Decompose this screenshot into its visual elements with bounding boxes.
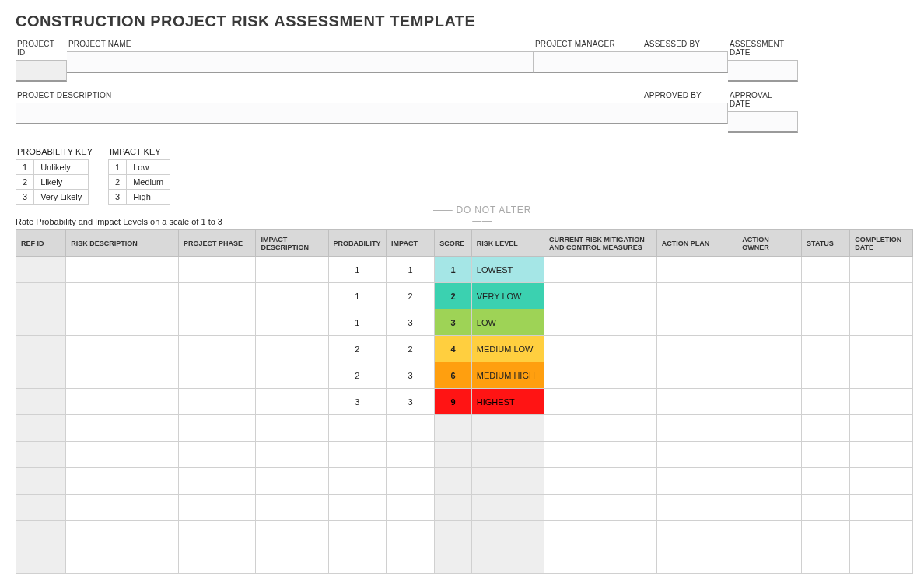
- completion-date-cell[interactable]: [850, 309, 913, 336]
- ref-id-cell[interactable]: [16, 468, 66, 495]
- ref-id-cell[interactable]: [16, 442, 66, 468]
- field-input[interactable]: [728, 111, 798, 133]
- action-plan-cell[interactable]: [656, 521, 737, 547]
- ref-id-cell[interactable]: [16, 283, 66, 309]
- project-phase-cell[interactable]: [179, 495, 256, 521]
- action-plan-cell[interactable]: [656, 257, 737, 283]
- project-phase-cell[interactable]: [179, 415, 256, 442]
- risk-description-cell[interactable]: [66, 389, 179, 415]
- action-plan-cell[interactable]: [656, 389, 737, 415]
- completion-date-cell[interactable]: [850, 257, 913, 283]
- impact-cell[interactable]: [387, 495, 435, 521]
- probability-cell[interactable]: 3: [328, 389, 387, 415]
- mitigation-cell[interactable]: [544, 442, 656, 468]
- completion-date-cell[interactable]: [850, 495, 913, 521]
- ref-id-cell[interactable]: [16, 521, 66, 547]
- impact-description-cell[interactable]: [256, 362, 328, 389]
- impact-description-cell[interactable]: [256, 415, 328, 442]
- completion-date-cell[interactable]: [850, 442, 913, 468]
- impact-cell[interactable]: [387, 442, 435, 468]
- project-phase-cell[interactable]: [179, 362, 256, 389]
- risk-description-cell[interactable]: [66, 362, 179, 389]
- status-cell[interactable]: [802, 415, 850, 442]
- action-plan-cell[interactable]: [656, 362, 737, 389]
- field-input[interactable]: [16, 60, 67, 82]
- risk-description-cell[interactable]: [66, 442, 179, 468]
- action-owner-cell[interactable]: [737, 547, 802, 574]
- action-plan-cell[interactable]: [656, 442, 737, 468]
- action-owner-cell[interactable]: [737, 442, 802, 468]
- ref-id-cell[interactable]: [16, 336, 66, 362]
- project-phase-cell[interactable]: [179, 389, 256, 415]
- action-plan-cell[interactable]: [656, 415, 737, 442]
- completion-date-cell[interactable]: [850, 468, 913, 495]
- status-cell[interactable]: [802, 468, 850, 495]
- action-owner-cell[interactable]: [737, 309, 802, 336]
- completion-date-cell[interactable]: [850, 283, 913, 309]
- impact-description-cell[interactable]: [256, 283, 328, 309]
- completion-date-cell[interactable]: [850, 336, 913, 362]
- project-phase-cell[interactable]: [179, 521, 256, 547]
- probability-cell[interactable]: [328, 547, 387, 574]
- risk-description-cell[interactable]: [66, 468, 179, 495]
- impact-cell[interactable]: [387, 547, 435, 574]
- project-phase-cell[interactable]: [179, 257, 256, 283]
- status-cell[interactable]: [802, 336, 850, 362]
- mitigation-cell[interactable]: [544, 495, 656, 521]
- impact-cell[interactable]: 2: [387, 283, 435, 309]
- action-plan-cell[interactable]: [656, 283, 737, 309]
- probability-cell[interactable]: 2: [328, 362, 387, 389]
- impact-cell[interactable]: 2: [387, 336, 435, 362]
- completion-date-cell[interactable]: [850, 362, 913, 389]
- impact-description-cell[interactable]: [256, 389, 328, 415]
- impact-cell[interactable]: 1: [387, 257, 435, 283]
- field-input[interactable]: [642, 103, 728, 124]
- risk-description-cell[interactable]: [66, 495, 179, 521]
- action-owner-cell[interactable]: [737, 362, 802, 389]
- mitigation-cell[interactable]: [544, 309, 656, 336]
- project-phase-cell[interactable]: [179, 442, 256, 468]
- probability-cell[interactable]: 2: [328, 336, 387, 362]
- impact-description-cell[interactable]: [256, 468, 328, 495]
- action-plan-cell[interactable]: [656, 495, 737, 521]
- action-plan-cell[interactable]: [656, 309, 737, 336]
- action-owner-cell[interactable]: [737, 336, 802, 362]
- impact-cell[interactable]: 3: [387, 309, 435, 336]
- status-cell[interactable]: [802, 389, 850, 415]
- status-cell[interactable]: [802, 257, 850, 283]
- probability-cell[interactable]: [328, 468, 387, 495]
- impact-cell[interactable]: 3: [387, 389, 435, 415]
- impact-cell[interactable]: [387, 415, 435, 442]
- completion-date-cell[interactable]: [850, 521, 913, 547]
- probability-cell[interactable]: [328, 442, 387, 468]
- impact-description-cell[interactable]: [256, 257, 328, 283]
- risk-description-cell[interactable]: [66, 415, 179, 442]
- impact-description-cell[interactable]: [256, 547, 328, 574]
- status-cell[interactable]: [802, 495, 850, 521]
- probability-cell[interactable]: [328, 521, 387, 547]
- action-owner-cell[interactable]: [737, 283, 802, 309]
- status-cell[interactable]: [802, 442, 850, 468]
- action-owner-cell[interactable]: [737, 495, 802, 521]
- probability-cell[interactable]: 1: [328, 283, 387, 309]
- mitigation-cell[interactable]: [544, 336, 656, 362]
- mitigation-cell[interactable]: [544, 283, 656, 309]
- project-phase-cell[interactable]: [179, 283, 256, 309]
- impact-cell[interactable]: [387, 521, 435, 547]
- completion-date-cell[interactable]: [850, 547, 913, 574]
- status-cell[interactable]: [802, 309, 850, 336]
- field-input[interactable]: [67, 51, 534, 73]
- mitigation-cell[interactable]: [544, 547, 656, 574]
- impact-description-cell[interactable]: [256, 495, 328, 521]
- project-phase-cell[interactable]: [179, 468, 256, 495]
- mitigation-cell[interactable]: [544, 389, 656, 415]
- mitigation-cell[interactable]: [544, 415, 656, 442]
- status-cell[interactable]: [802, 283, 850, 309]
- ref-id-cell[interactable]: [16, 547, 66, 574]
- probability-cell[interactable]: [328, 495, 387, 521]
- action-owner-cell[interactable]: [737, 389, 802, 415]
- mitigation-cell[interactable]: [544, 362, 656, 389]
- mitigation-cell[interactable]: [544, 521, 656, 547]
- probability-cell[interactable]: [328, 415, 387, 442]
- risk-description-cell[interactable]: [66, 547, 179, 574]
